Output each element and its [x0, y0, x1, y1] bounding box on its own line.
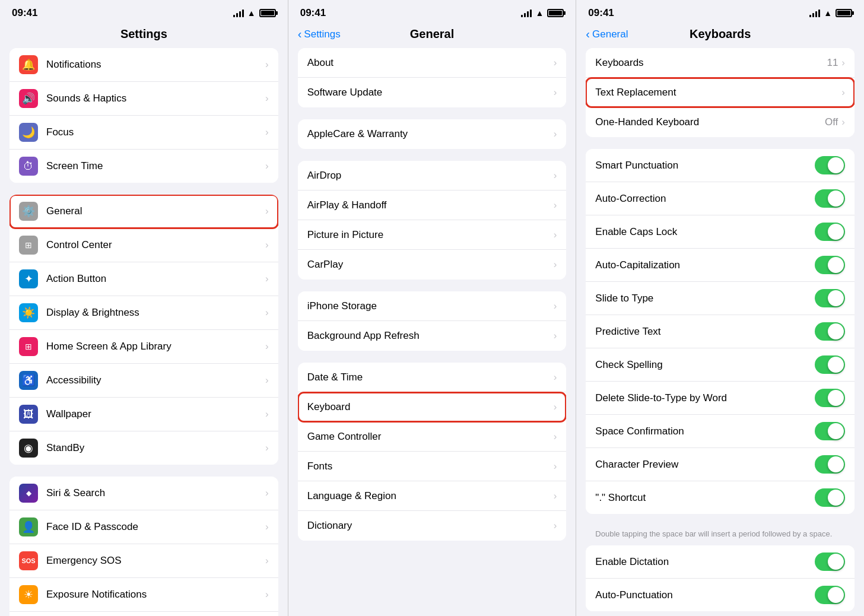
standby-icon: ◉	[19, 439, 38, 458]
panel-keyboards: 09:41 ▲ ‹ General Keyboards Keyboards 11	[576, 0, 864, 616]
row-period-shortcut[interactable]: "." Shortcut	[586, 481, 855, 514]
row-keyboard[interactable]: Keyboard ›	[298, 392, 567, 422]
wallpaper-icon: 🖼	[19, 405, 38, 424]
text-replacement-label: Text Replacement	[595, 87, 841, 99]
screen-time-icon: ⏱	[19, 157, 38, 176]
row-display[interactable]: ☀️ Display & Brightness ›	[9, 296, 278, 330]
row-airdrop[interactable]: AirDrop ›	[298, 161, 567, 190]
row-accessibility[interactable]: ♿ Accessibility ›	[9, 364, 278, 398]
slide-to-type-toggle[interactable]	[815, 289, 845, 307]
iphone-storage-chevron: ›	[554, 300, 557, 312]
wifi-icon-2: ▲	[535, 8, 544, 18]
carplay-label: CarPlay	[307, 259, 554, 271]
check-spelling-toggle[interactable]	[815, 355, 845, 374]
delete-slide-toggle[interactable]	[815, 389, 845, 407]
row-predictive-text[interactable]: Predictive Text	[586, 315, 855, 348]
row-one-handed[interactable]: One-Handed Keyboard Off ›	[586, 107, 855, 137]
accessibility-label: Accessibility	[46, 374, 265, 386]
row-exposure[interactable]: ☀ Exposure Notifications ›	[9, 578, 278, 612]
period-shortcut-toggle[interactable]	[815, 488, 845, 507]
row-language-region[interactable]: Language & Region ›	[298, 481, 567, 511]
auto-capitalization-toggle[interactable]	[815, 256, 845, 274]
row-general[interactable]: ⚙️ General ›	[9, 195, 278, 228]
row-delete-slide[interactable]: Delete Slide-to-Type by Word	[586, 382, 855, 415]
focus-chevron: ›	[265, 126, 269, 138]
check-spelling-label: Check Spelling	[595, 359, 815, 371]
emergency-label: Emergency SOS	[46, 555, 265, 567]
wallpaper-label: Wallpaper	[46, 408, 265, 420]
enable-caps-lock-toggle[interactable]	[815, 223, 845, 241]
row-focus[interactable]: 🌙 Focus ›	[9, 116, 278, 150]
row-airplay[interactable]: AirPlay & Handoff ›	[298, 190, 567, 220]
row-battery[interactable]: 🔋 Battery ›	[9, 612, 278, 616]
date-time-label: Date & Time	[307, 371, 554, 383]
settings-list-3: Keyboards 11 › Text Replacement › One-Ha…	[576, 48, 864, 616]
game-controller-chevron: ›	[554, 431, 557, 443]
home-screen-icon: ⊞	[19, 337, 38, 356]
row-about[interactable]: About ›	[298, 48, 567, 78]
row-date-time[interactable]: Date & Time ›	[298, 363, 567, 392]
row-enable-caps-lock[interactable]: Enable Caps Lock	[586, 215, 855, 249]
row-enable-dictation[interactable]: Enable Dictation	[586, 545, 855, 579]
row-check-spelling[interactable]: Check Spelling	[586, 348, 855, 382]
row-game-controller[interactable]: Game Controller ›	[298, 422, 567, 452]
space-confirmation-toggle[interactable]	[815, 422, 845, 440]
row-pip[interactable]: Picture in Picture ›	[298, 220, 567, 250]
display-icon: ☀️	[19, 303, 38, 322]
one-handed-label: One-Handed Keyboard	[595, 116, 825, 128]
row-keyboards-count[interactable]: Keyboards 11 ›	[586, 48, 855, 78]
time-2: 09:41	[300, 7, 326, 19]
enable-dictation-label: Enable Dictation	[595, 556, 815, 568]
predictive-text-label: Predictive Text	[595, 326, 815, 338]
exposure-icon: ☀	[19, 585, 38, 604]
row-space-confirmation[interactable]: Space Confirmation	[586, 415, 855, 448]
row-control-center[interactable]: ⊞ Control Center ›	[9, 228, 278, 262]
row-auto-correction[interactable]: Auto-Correction	[586, 182, 855, 215]
row-screen-time[interactable]: ⏱ Screen Time ›	[9, 150, 278, 183]
row-auto-capitalization[interactable]: Auto-Capitalization	[586, 249, 855, 282]
row-slide-to-type[interactable]: Slide to Type	[586, 282, 855, 315]
row-fonts[interactable]: Fonts ›	[298, 452, 567, 481]
smart-punctuation-toggle[interactable]	[815, 156, 845, 174]
battery-icon-2	[547, 9, 564, 17]
back-button-3[interactable]: ‹ General	[586, 27, 628, 41]
date-time-chevron: ›	[554, 371, 557, 383]
auto-punctuation-toggle[interactable]	[815, 586, 845, 604]
row-applecare[interactable]: AppleCare & Warranty ›	[298, 119, 567, 149]
row-character-preview[interactable]: Character Preview	[586, 448, 855, 481]
panel3-title: Keyboards	[690, 27, 751, 41]
siri-icon: ◆	[19, 484, 38, 503]
row-emergency[interactable]: SOS Emergency SOS ›	[9, 544, 278, 578]
row-notifications[interactable]: 🔔 Notifications ›	[9, 48, 278, 82]
auto-correction-label: Auto-Correction	[595, 193, 815, 205]
siri-label: Siri & Search	[46, 487, 265, 499]
row-dictionary[interactable]: Dictionary ›	[298, 511, 567, 541]
background-refresh-label: Background App Refresh	[307, 330, 554, 342]
row-software-update[interactable]: Software Update ›	[298, 78, 567, 107]
character-preview-toggle[interactable]	[815, 455, 845, 474]
enable-dictation-toggle[interactable]	[815, 553, 845, 571]
row-iphone-storage[interactable]: iPhone Storage ›	[298, 291, 567, 321]
row-text-replacement[interactable]: Text Replacement ›	[586, 78, 855, 107]
row-siri-search[interactable]: ◆ Siri & Search ›	[9, 477, 278, 510]
back-button-2[interactable]: ‹ Settings	[298, 27, 341, 41]
auto-correction-toggle[interactable]	[815, 189, 845, 208]
accessibility-chevron: ›	[265, 374, 269, 386]
predictive-text-toggle[interactable]	[815, 322, 845, 341]
auto-punctuation-label: Auto-Punctuation	[595, 589, 815, 601]
notifications-chevron: ›	[265, 59, 269, 71]
row-face-id[interactable]: 👤 Face ID & Passcode ›	[9, 510, 278, 544]
row-action-button[interactable]: ✦ Action Button ›	[9, 262, 278, 296]
row-carplay[interactable]: CarPlay ›	[298, 250, 567, 280]
smart-punctuation-label: Smart Punctuation	[595, 160, 815, 172]
row-smart-punctuation[interactable]: Smart Punctuation	[586, 149, 855, 182]
row-wallpaper[interactable]: 🖼 Wallpaper ›	[9, 398, 278, 431]
row-background-refresh[interactable]: Background App Refresh ›	[298, 321, 567, 351]
time-1: 09:41	[12, 7, 37, 19]
row-sounds[interactable]: 🔊 Sounds & Haptics ›	[9, 82, 278, 116]
panel2-title: General	[410, 27, 454, 41]
row-home-screen[interactable]: ⊞ Home Screen & App Library ›	[9, 330, 278, 364]
row-standby[interactable]: ◉ StandBy ›	[9, 431, 278, 465]
row-auto-punctuation[interactable]: Auto-Punctuation	[586, 579, 855, 611]
signal-icon-1	[233, 9, 244, 17]
